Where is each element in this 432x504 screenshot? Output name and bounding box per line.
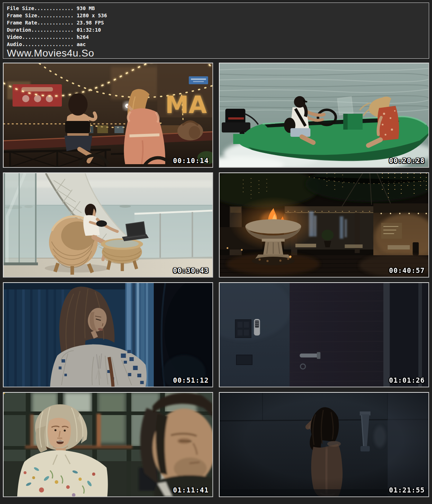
timestamp-overlay: 00:30:43 <box>173 266 209 274</box>
scene-two-men-talking-illustration <box>4 393 212 496</box>
screenshot-grid: MA MA <box>3 63 429 497</box>
frame-rate-row: Frame Rate............23.98 FPS <box>7 19 425 26</box>
dots: ............ <box>37 13 73 18</box>
frame-size-value: 1280 x 536 <box>73 13 107 18</box>
timestamp-overlay: 00:20:28 <box>389 157 425 165</box>
screenshot-6-thumbnail: 01:01:26 <box>219 282 429 387</box>
screenshot-3-thumbnail: 00:30:43 <box>3 172 213 278</box>
screenshot-8-thumbnail: 01:21:55 <box>219 392 429 497</box>
video-codec-row: Video.................h264 <box>7 33 425 41</box>
screenshot-4-thumbnail: 00:40:57 <box>219 172 429 278</box>
frame-size-label: Frame Size <box>7 13 37 18</box>
scene-night-courtyard-illustration <box>220 173 428 277</box>
scene-night-market-illustration: MA MA <box>4 63 212 167</box>
screenshot-2-thumbnail: 00:20:28 <box>219 63 429 168</box>
site-watermark: Www.Movies4u.So <box>7 48 425 59</box>
svg-text:MA: MA <box>165 91 207 119</box>
frame-size-row: Frame Size............1280 x 536 <box>7 12 425 19</box>
timestamp-overlay: 00:51:12 <box>173 376 209 384</box>
dots: .............. <box>31 27 73 33</box>
screenshot-5-thumbnail: 00:51:12 <box>3 282 213 387</box>
dots: ............. <box>34 5 74 11</box>
timestamp-overlay: 00:40:57 <box>389 266 425 274</box>
scene-dark-door-illustration <box>220 283 428 387</box>
building-right <box>373 203 428 258</box>
audio-label: Audio <box>7 41 22 47</box>
scene-dark-shower-illustration <box>220 393 428 496</box>
timestamp-overlay: 01:11:41 <box>173 486 209 494</box>
duration-value: 01:32:10 <box>73 27 101 33</box>
scene-woman-blouse-illustration <box>4 283 212 387</box>
timestamp-overlay: 01:21:55 <box>389 486 425 494</box>
video-value: h264 <box>73 34 89 40</box>
file-info-panel: File Size.............930 MB Frame Size.… <box>3 3 429 59</box>
frame-rate-value: 23.98 FPS <box>73 20 104 26</box>
duration-row: Duration..............01:32:10 <box>7 26 425 33</box>
file-size-value: 930 MB <box>73 5 95 11</box>
dots: ................. <box>22 41 73 47</box>
file-size-label: File Size <box>7 5 34 11</box>
audio-codec-row: Audio.................aac <box>7 41 425 48</box>
glass-wall-left <box>4 173 38 265</box>
scene-green-boat-illustration <box>220 63 428 167</box>
timestamp-overlay: 00:10:14 <box>173 157 209 165</box>
video-label: Video <box>7 34 22 40</box>
wicker-table <box>101 238 143 271</box>
audio-value: aac <box>73 41 86 47</box>
dots: ................. <box>22 34 73 40</box>
screenshot-1-thumbnail: MA MA <box>3 63 213 168</box>
scene-balcony-sea-view-illustration <box>4 173 212 277</box>
duration-label: Duration <box>7 27 31 33</box>
lit-sign-letters: MA MA <box>165 91 207 119</box>
timestamp-overlay: 01:01:26 <box>389 376 425 384</box>
dots: ............ <box>37 20 73 26</box>
screenshot-7-thumbnail: 01:11:41 <box>3 392 213 497</box>
frame-rate-label: Frame Rate <box>7 20 37 26</box>
file-size-row: File Size.............930 MB <box>7 5 425 12</box>
